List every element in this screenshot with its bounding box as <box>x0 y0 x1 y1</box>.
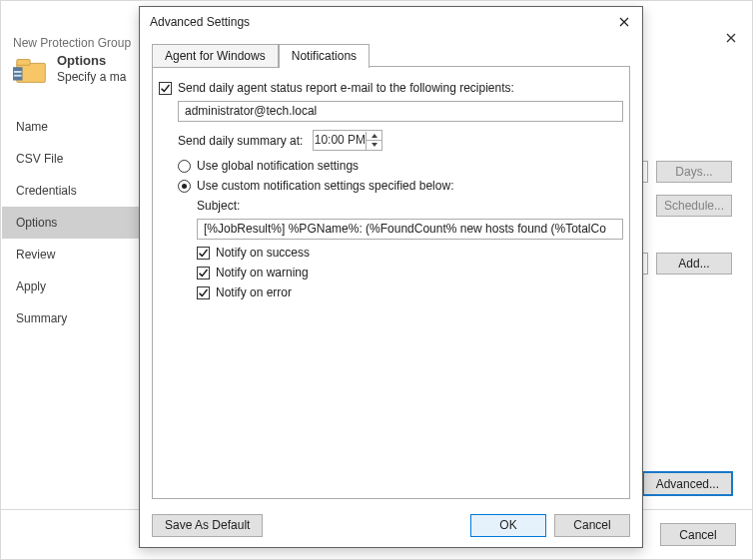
nav-item-summary[interactable]: Summary <box>2 302 141 334</box>
dialog-titlebar: Advanced Settings <box>140 7 642 37</box>
wizard-title: New Protection Group <box>13 36 131 50</box>
notify-warning-row: Notify on warning <box>197 266 623 280</box>
subject-label-row: Subject: <box>197 199 623 213</box>
spinner-down[interactable] <box>367 141 381 150</box>
subject-input-row: [%JobResult%] %PGName%: (%FoundCount% ne… <box>197 219 623 240</box>
nav-item-name[interactable]: Name <box>2 111 141 143</box>
save-as-default-button[interactable]: Save As Default <box>152 514 263 537</box>
summary-time-label: Send daily summary at: <box>178 134 303 148</box>
notify-warning-checkbox[interactable] <box>197 267 210 280</box>
summary-time-input[interactable]: 10:00 PM <box>313 130 382 151</box>
radio-global[interactable] <box>178 160 191 173</box>
nav-item-apply[interactable]: Apply <box>2 271 141 302</box>
subject-input[interactable]: [%JobResult%] %PGName%: (%FoundCount% ne… <box>197 219 623 240</box>
nav-item-options[interactable]: Options <box>2 207 141 239</box>
wizard-close-button[interactable] <box>720 27 742 49</box>
send-daily-label: Send daily agent status report e-mail to… <box>178 81 514 95</box>
tab-notifications[interactable]: Notifications <box>279 44 370 68</box>
svg-rect-1 <box>17 60 30 66</box>
days-button[interactable]: Days... <box>656 161 732 183</box>
wizard-subheading: Specify a ma <box>57 69 126 85</box>
nav-item-credentials[interactable]: Credentials <box>2 175 141 207</box>
wizard-heading: Options <box>57 53 126 69</box>
summary-time-value: 10:00 PM <box>314 131 366 150</box>
nav-item-review[interactable]: Review <box>2 239 141 271</box>
wizard-cancel-button[interactable]: Cancel <box>660 523 736 546</box>
notify-success-label: Notify on success <box>216 246 310 260</box>
notify-success-row: Notify on success <box>197 246 623 260</box>
folder-shield-icon <box>13 53 51 89</box>
svg-rect-3 <box>14 75 22 77</box>
dialog-footer: Save As Default OK Cancel <box>140 503 642 547</box>
notify-error-checkbox[interactable] <box>197 286 210 299</box>
add-button[interactable]: Add... <box>656 253 732 275</box>
radio-custom-row: Use custom notification settings specifi… <box>178 179 623 193</box>
radio-global-row: Use global notification settings <box>178 159 623 173</box>
radio-global-label: Use global notification settings <box>197 159 359 173</box>
advanced-button[interactable]: Advanced... <box>643 472 732 495</box>
summary-time-row: Send daily summary at: 10:00 PM <box>178 130 623 151</box>
tab-spacer <box>370 44 630 67</box>
send-daily-checkbox[interactable] <box>159 82 172 95</box>
notify-warning-label: Notify on warning <box>216 266 309 280</box>
wizard-header-texts: Options Specify a ma <box>57 53 126 85</box>
ok-button[interactable]: OK <box>470 514 546 537</box>
spinner-up[interactable] <box>367 132 381 141</box>
radio-custom-label: Use custom notification settings specifi… <box>197 179 453 193</box>
notify-error-label: Notify on error <box>216 285 292 299</box>
tab-agent-for-windows[interactable]: Agent for Windows <box>152 44 279 68</box>
send-daily-row: Send daily agent status report e-mail to… <box>159 81 623 95</box>
dialog-tabs: Agent for Windows Notifications <box>152 43 630 67</box>
radio-custom[interactable] <box>178 180 191 193</box>
recipients-row: administrator@tech.local <box>178 101 623 122</box>
notifications-pane: Send daily agent status report e-mail to… <box>152 67 630 499</box>
subject-label: Subject: <box>197 199 240 213</box>
recipients-input[interactable]: administrator@tech.local <box>178 101 623 122</box>
svg-rect-2 <box>14 71 22 73</box>
wizard-side-nav: Name CSV File Credentials Options Review… <box>2 111 141 503</box>
dialog-cancel-button[interactable]: Cancel <box>554 514 630 537</box>
dialog-close-button[interactable] <box>612 13 636 31</box>
notify-success-checkbox[interactable] <box>197 247 210 260</box>
time-spinner[interactable] <box>366 132 381 150</box>
schedule-button[interactable]: Schedule... <box>656 195 732 217</box>
advanced-settings-dialog: Advanced Settings Agent for Windows Noti… <box>139 6 643 548</box>
notify-error-row: Notify on error <box>197 285 623 299</box>
dialog-title: Advanced Settings <box>150 15 250 29</box>
nav-item-csvfile[interactable]: CSV File <box>2 143 141 175</box>
